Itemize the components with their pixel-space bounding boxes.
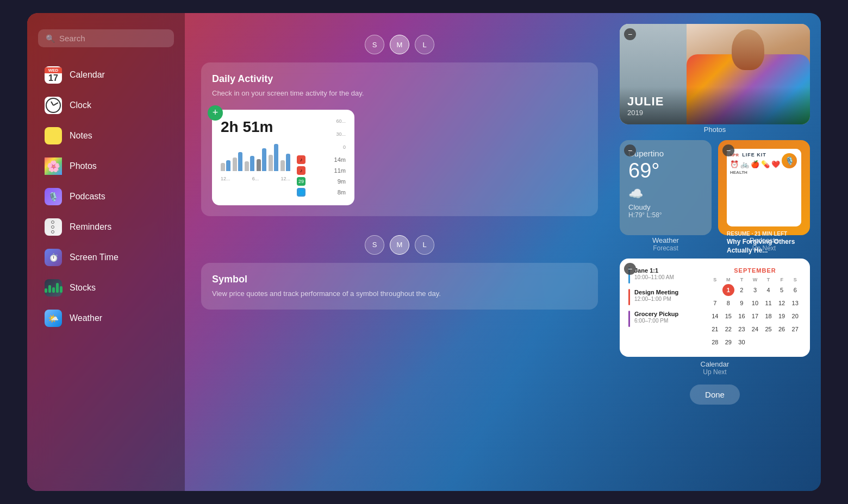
bottom-size-selector: S M L (201, 235, 598, 255)
cal-day-4[interactable]: 4 (763, 284, 775, 296)
weather-condition-text: Cloudy (628, 203, 703, 211)
cal-day-26[interactable]: 26 (776, 323, 788, 335)
podcast-mic-icon: 🎙️ (782, 153, 797, 168)
sidebar-item-calendar[interactable]: WED 17 Calendar (38, 61, 174, 89)
weather-widget-label: Weather (652, 236, 679, 244)
cal-day-18[interactable]: 18 (763, 310, 775, 322)
bottom-size-btn-m[interactable]: M (390, 235, 409, 255)
weather-condition-icon: ☁️ (628, 187, 703, 201)
screentime-app-icon: ⏱️ (45, 249, 62, 266)
top-size-selector: S M L (201, 35, 598, 54)
cal-header-m: M (722, 277, 735, 282)
podcasts-widget-container: − NPR LIFE KIT ⏰ 🚲 🍎 💊 (718, 140, 810, 252)
search-input[interactable] (59, 34, 166, 43)
photos-year: 2019 (627, 109, 802, 117)
done-button[interactable]: Done (690, 385, 740, 405)
cal-day-14[interactable]: 14 (709, 310, 721, 322)
cal-day-28[interactable]: 28 (709, 336, 721, 348)
photos-app-icon: 🌸 (45, 158, 62, 175)
symbol-preview: Symbol View price quotes and track perfo… (201, 263, 598, 310)
notes-app-icon (45, 127, 62, 144)
cal-day-17[interactable]: 17 (749, 310, 761, 322)
sidebar-item-reminders[interactable]: Reminders (38, 213, 174, 241)
cal-header-t2: T (762, 277, 775, 282)
sidebar-item-clock[interactable]: Clock (38, 92, 174, 119)
event-2-time: 12:00–1:00 PM (634, 296, 678, 302)
cal-day-29[interactable]: 29 (722, 336, 734, 348)
calendar-widget-container: − Jane 1:1 10:00–11:00 AM Design Meeting (620, 259, 810, 376)
activity-item-2: ♪ 11m (297, 166, 346, 175)
cal-day-15[interactable]: 15 (722, 310, 734, 322)
cal-day-3[interactable]: 3 (749, 284, 761, 296)
weather-high-low: H:79° L:58° (628, 211, 703, 219)
calendar-grid: SEPTEMBER S M T W T F S 1 2 3 (709, 267, 801, 348)
cal-day-24[interactable]: 24 (749, 323, 761, 335)
sidebar-item-label-photos: Photos (70, 161, 97, 171)
podcasts-remove-button[interactable]: − (722, 144, 734, 156)
cal-header-t1: T (735, 277, 748, 282)
weather-widget-sublabel: Forecast (653, 244, 678, 252)
podcast-resume-text: RESUME · 21 MIN LEFT (727, 231, 801, 237)
photos-remove-button[interactable]: − (624, 28, 636, 40)
daily-activity-title: Daily Activity (212, 73, 587, 85)
cal-day-9[interactable]: 9 (735, 297, 747, 309)
x-axis-labels: 12... 6... 12... (221, 176, 290, 181)
cal-day-21[interactable]: 21 (709, 323, 721, 335)
cal-day-25[interactable]: 25 (763, 323, 775, 335)
cal-day-7[interactable]: 7 (709, 297, 721, 309)
calendar-event-1: Jane 1:1 10:00–11:00 AM (628, 267, 701, 284)
cal-day-1[interactable]: 1 (722, 284, 734, 296)
cal-day-10[interactable]: 10 (749, 297, 761, 309)
sidebar-item-podcasts[interactable]: 🎙️ Podcasts (38, 183, 174, 210)
cal-day-23[interactable]: 23 (735, 323, 747, 335)
podcast-episode-title: Why Forgiving Others Actually He... (727, 238, 801, 255)
size-btn-s[interactable]: S (365, 35, 384, 54)
size-btn-m[interactable]: M (390, 35, 409, 54)
main-content: S M L Daily Activity Check in on your sc… (185, 13, 614, 491)
sidebar-item-notes[interactable]: Notes (38, 122, 174, 149)
cal-day-27[interactable]: 27 (789, 323, 801, 335)
event-1-time: 10:00–11:00 AM (634, 274, 674, 280)
cal-day-22[interactable]: 22 (722, 323, 734, 335)
sidebar-item-label-podcasts: Podcasts (70, 192, 105, 201)
cal-day-16[interactable]: 16 (735, 310, 747, 322)
bottom-size-btn-s[interactable]: S (365, 235, 384, 255)
cal-day-8[interactable]: 8 (722, 297, 734, 309)
cal-day-12[interactable]: 12 (776, 297, 788, 309)
add-widget-button[interactable]: + (208, 105, 223, 121)
size-btn-l[interactable]: L (415, 35, 434, 54)
sidebar-item-weather[interactable]: 🌤️ Weather (38, 305, 174, 332)
cal-day-11[interactable]: 11 (763, 297, 775, 309)
weather-remove-button[interactable]: − (624, 144, 636, 156)
cal-day-19[interactable]: 19 (776, 310, 788, 322)
cal-day-30[interactable]: 30 (735, 336, 747, 348)
cal-day-2[interactable]: 2 (735, 284, 747, 296)
cal-day-20[interactable]: 20 (789, 310, 801, 322)
photos-overlay: JULIE 2019 (620, 87, 810, 124)
activity-widget: 2h 51m (212, 110, 354, 205)
mac-frame: 🔍 WED 17 Calendar Clock (27, 13, 821, 491)
sidebar-item-label-stocks: Stocks (70, 283, 96, 293)
weather-temperature: 69° (628, 159, 703, 182)
bottom-size-btn-l[interactable]: L (415, 235, 434, 255)
weather-widget-container: − Cupertino 69° ☁️ Cloudy H:79° L:58° We… (620, 140, 712, 252)
cal-day-5[interactable]: 5 (776, 284, 788, 296)
calendar-days-grid: 1 2 3 4 5 6 7 8 9 10 11 12 13 14 (709, 284, 801, 348)
symbol-description: View price quotes and track performance … (212, 288, 587, 299)
calendar-events-list: Jane 1:1 10:00–11:00 AM Design Meeting 1… (628, 267, 701, 348)
sidebar-item-stocks[interactable]: Stocks (38, 274, 174, 301)
cal-day-6[interactable]: 6 (789, 284, 801, 296)
cal-header-s2: S (789, 277, 801, 282)
daily-activity-preview: Daily Activity Check in on your screen t… (201, 62, 598, 216)
calendar-widget-label: Calendar (701, 360, 729, 368)
sidebar-item-label-calendar: Calendar (70, 70, 105, 80)
weather-high: H:79° (628, 211, 645, 219)
event-2-name: Design Meeting (634, 289, 678, 295)
sidebar-item-screentime[interactable]: ⏱️ Screen Time (38, 244, 174, 271)
sidebar-item-photos[interactable]: 🌸 Photos (38, 153, 174, 180)
calendar-remove-button[interactable]: − (624, 263, 636, 275)
cal-day-13[interactable]: 13 (789, 297, 801, 309)
sidebar: 🔍 WED 17 Calendar Clock (27, 13, 185, 491)
weather-low: L:58° (647, 211, 662, 219)
search-bar[interactable]: 🔍 (38, 29, 174, 47)
